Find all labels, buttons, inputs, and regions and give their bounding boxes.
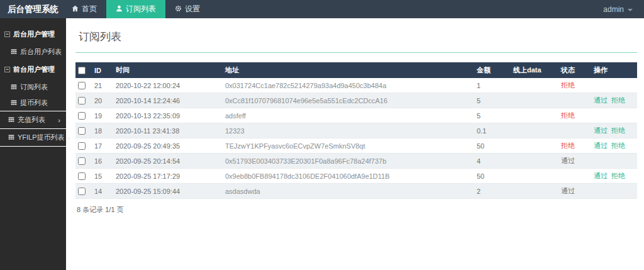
cell-online-data	[511, 108, 558, 123]
cell-address: 0x51793E003403733E20301F0a8a96Fc78a24f73…	[223, 154, 474, 169]
cell-operations: 通过拒绝	[591, 169, 637, 184]
sidebar-item-label: YFILP提币列表	[18, 133, 65, 142]
cell-amount: 4	[474, 154, 511, 169]
table-icon	[8, 116, 14, 124]
cell-operations	[591, 154, 637, 169]
cell-address: asdasdwda	[223, 184, 474, 199]
cell-id: 19	[92, 108, 113, 123]
approve-link[interactable]: 通过	[594, 142, 608, 149]
cell-time: 2020-09-25 15:09:44	[113, 184, 223, 199]
page-title: 订阅列表	[79, 30, 637, 44]
sidebar-group-backend-users[interactable]: − 后台用户管理	[0, 25, 66, 44]
sidebar-item-backend-user-list[interactable]: 后台用户列表	[0, 44, 66, 60]
cell-operations: 通过拒绝	[591, 93, 637, 108]
user-name: admin	[603, 5, 624, 14]
row-checkbox[interactable]	[78, 112, 86, 120]
cell-online-data	[511, 78, 558, 93]
cell-operations: 通过拒绝	[591, 138, 637, 154]
sidebar-item-subscription-list[interactable]: 订阅列表	[0, 79, 66, 95]
cell-id: 20	[92, 93, 113, 108]
cell-online-data	[511, 93, 558, 108]
table-row: 21 2020-10-22 12:00:24 0x031724Cc1ae782c…	[75, 78, 637, 93]
sidebar-item-label: 充值列表	[18, 115, 45, 125]
collapse-icon: −	[4, 31, 10, 37]
reject-link[interactable]: 拒绝	[611, 127, 625, 134]
cell-online-data	[511, 154, 558, 169]
row-checkbox[interactable]	[78, 172, 86, 180]
row-checkbox[interactable]	[78, 188, 86, 195]
sidebar-group-label: 后台用户管理	[13, 30, 55, 39]
cell-address: 12323	[223, 123, 474, 138]
top-navbar: 后台管理系统 首页 订阅列表 设置 admin	[0, 0, 644, 18]
table-row: 19 2020-10-13 22:35:09 adsfeff 5 拒绝	[75, 108, 637, 123]
cell-time: 2020-09-25 20:49:35	[113, 138, 223, 154]
row-checkbox[interactable]	[78, 127, 86, 135]
reject-link[interactable]: 拒绝	[611, 142, 625, 149]
status-badge: 拒绝	[558, 138, 591, 154]
table-row: 16 2020-09-25 20:14:54 0x51793E003403733…	[75, 154, 637, 169]
sidebar-item-label: 提币列表	[20, 98, 48, 108]
row-checkbox[interactable]	[78, 82, 86, 89]
reject-link[interactable]: 拒绝	[611, 172, 625, 179]
table-icon	[11, 84, 17, 91]
table-icon	[8, 134, 14, 142]
sidebar-item-label: 后台用户列表	[20, 47, 62, 57]
table-row: 14 2020-09-25 15:09:44 asdasdwda 2 通过	[75, 184, 637, 199]
cell-online-data	[511, 169, 558, 184]
cell-address: adsfeff	[223, 108, 474, 123]
status-badge: 通过	[558, 154, 591, 169]
home-icon	[72, 5, 79, 14]
cell-address: TEJzwY1KPFyasvc6oECvpZW7eSmknSV8qt	[223, 138, 474, 154]
approve-link[interactable]: 通过	[594, 96, 608, 104]
row-checkbox[interactable]	[78, 157, 86, 165]
nav-item-subscription-list[interactable]: 订阅列表	[106, 0, 165, 18]
column-header-online-data: 线上data	[511, 62, 558, 78]
sidebar: − 后台用户管理 后台用户列表 − 前台用户管理 订阅列表 提币列表 充值列表 …	[0, 18, 66, 270]
cell-address: 0x9eb8b0FB894178dc3106DE2F041060dfA9e1D1…	[223, 169, 474, 184]
gear-icon	[175, 5, 182, 14]
sidebar-item-yfilp-withdraw-list[interactable]: YFILP提币列表 ›	[0, 129, 66, 147]
chevron-right-icon: ›	[58, 116, 64, 124]
cell-id: 18	[92, 123, 113, 138]
cell-operations	[591, 78, 637, 93]
sidebar-group-label: 前台用户管理	[13, 65, 55, 74]
sidebar-item-withdraw-list[interactable]: 提币列表	[0, 95, 66, 111]
cell-operations	[591, 108, 637, 123]
subscription-table: ID 时间 地址 金额 线上data 状态 操作 21 2020-10-22 1…	[75, 62, 637, 199]
row-checkbox[interactable]	[78, 142, 86, 150]
cell-amount: 1	[474, 78, 511, 93]
sidebar-item-recharge-list[interactable]: 充值列表 ›	[0, 111, 66, 129]
approve-link[interactable]: 通过	[594, 172, 608, 179]
status-badge: 拒绝	[558, 78, 591, 93]
cell-amount: 0.1	[474, 123, 511, 138]
cell-time: 2020-10-13 22:35:09	[113, 108, 223, 123]
user-menu[interactable]: admin	[603, 0, 644, 18]
user-icon	[116, 5, 123, 14]
nav-item-home[interactable]: 首页	[62, 0, 106, 18]
record-count: 8 条记录 1/1 页	[75, 205, 637, 215]
cell-address: 0xCc81f107079681074e96e5e5a551cEdc2CDccA…	[223, 93, 474, 108]
sidebar-group-frontend-users[interactable]: − 前台用户管理	[0, 60, 66, 79]
status-badge	[558, 93, 591, 108]
table-row: 17 2020-09-25 20:49:35 TEJzwY1KPFyasvc6o…	[75, 138, 637, 154]
nav-item-label: 订阅列表	[126, 4, 156, 14]
column-header-operations: 操作	[591, 62, 637, 78]
chevron-down-icon	[628, 9, 633, 11]
cell-online-data	[511, 138, 558, 154]
approve-link[interactable]: 通过	[594, 127, 608, 134]
cell-address: 0x031724Cc1ae782c5214279a93a4d9a450c3b48…	[223, 78, 474, 93]
cell-operations: 通过拒绝	[591, 123, 637, 138]
table-icon	[11, 48, 17, 56]
nav-item-label: 首页	[82, 4, 97, 14]
cell-id: 16	[92, 154, 113, 169]
row-checkbox[interactable]	[78, 97, 86, 104]
nav-item-label: 设置	[185, 4, 200, 14]
brand-title: 后台管理系统	[0, 0, 62, 18]
reject-link[interactable]: 拒绝	[611, 96, 625, 104]
table-row: 15 2020-09-25 17:17:29 0x9eb8b0FB894178d…	[75, 169, 637, 184]
cell-id: 14	[92, 184, 113, 199]
column-header-time: 时间	[113, 62, 223, 78]
select-all-checkbox[interactable]	[78, 67, 86, 74]
table-row: 20 2020-10-14 12:24:46 0xCc81f1070796810…	[75, 93, 637, 108]
nav-item-settings[interactable]: 设置	[165, 0, 209, 18]
